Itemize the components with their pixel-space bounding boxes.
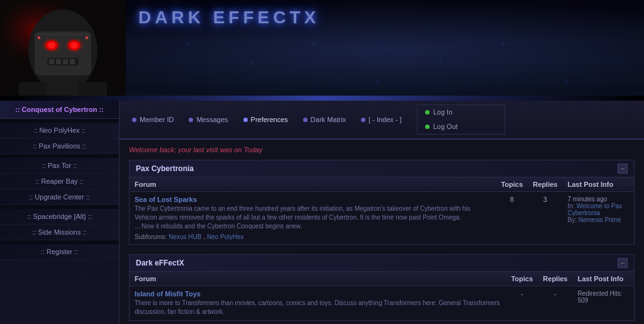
col-header-replies-2: Replies xyxy=(538,272,572,286)
topics-cell-misfit: - xyxy=(506,286,538,321)
col-header-topics-2: Topics xyxy=(506,272,538,286)
tab-member-id[interactable]: Member ID xyxy=(126,113,180,126)
section-header-dark: Dark eFFectX − xyxy=(130,255,634,272)
svg-point-37 xyxy=(564,80,568,84)
forum-cell-sea: Sea of Lost Sparks The Pax Cybertronia c… xyxy=(130,192,496,245)
tab-messages[interactable]: Messages xyxy=(182,113,234,126)
svg-point-34 xyxy=(375,80,379,84)
svg-point-8 xyxy=(43,38,60,52)
sidebar-item-pax-tor[interactable]: :: Pax Tor :: xyxy=(0,158,119,174)
sidebar-item-upgrade-center[interactable]: :: Upgrade Center :: xyxy=(0,189,119,205)
section-title-pax: Pax Cybertronia xyxy=(136,164,194,173)
svg-point-31 xyxy=(187,42,191,46)
last-post-time: 7 minutes ago xyxy=(567,196,629,203)
last-post-in-link[interactable]: Welcome to Pax Cybertronia xyxy=(567,203,622,216)
nav-tabs: Member ID Messages Preferences Dark Matr… xyxy=(119,101,644,140)
section-header-pax: Pax Cybertronia − xyxy=(130,160,634,177)
col-header-topics: Topics xyxy=(496,177,528,192)
last-post-in: In: Welcome to Pax Cybertronia xyxy=(567,203,629,216)
svg-point-35 xyxy=(438,61,442,65)
lastpost-cell-misfit: Redirected Hits: 509 xyxy=(572,286,634,321)
subforum-link-polyhex[interactable]: Neo PolyHex xyxy=(207,233,243,240)
subforum-label: Subforums: xyxy=(135,233,167,240)
tab-preferences[interactable]: Preferences xyxy=(237,113,294,126)
svg-point-32 xyxy=(250,61,253,65)
tab-index[interactable]: [ - Index - ] xyxy=(355,113,408,126)
col-header-forum-2: Forum xyxy=(130,272,506,286)
forum-content: Welcome back; your last visit was on Tod… xyxy=(119,140,644,324)
tab-dot-member-id xyxy=(132,118,136,122)
header-bar xyxy=(0,96,644,101)
svg-point-33 xyxy=(313,42,316,46)
svg-rect-20 xyxy=(86,36,88,39)
table-row: Island of Misfit Toys There is more to T… xyxy=(130,286,634,321)
sidebar-section-title: :: Conquest of Cybertron :: xyxy=(0,101,119,119)
section-title-dark: Dark eFFectX xyxy=(136,259,184,267)
welcome-message: Welcome back; your last visit was on Tod… xyxy=(129,146,635,154)
main-content: Member ID Messages Preferences Dark Matr… xyxy=(119,101,644,324)
tab-dot-preferences xyxy=(243,118,248,122)
section-collapse-pax[interactable]: − xyxy=(618,164,628,174)
header: DARK EFFECTX xyxy=(0,0,644,101)
replies-cell-sea: 3 xyxy=(528,192,562,245)
subforum-line: Subforums: Nexus HUB , Neo PolyHex xyxy=(135,233,491,240)
user-dropdown: Log In Log Out xyxy=(417,104,505,135)
replies-cell-misfit: - xyxy=(538,286,572,321)
forum-name-sea[interactable]: Sea of Lost Sparks xyxy=(135,196,491,203)
svg-point-36 xyxy=(501,42,505,46)
svg-rect-14 xyxy=(70,59,75,64)
last-post-by: By: Nemesis Prime xyxy=(567,216,629,223)
sidebar-item-side-missions[interactable]: :: Side Missions :: xyxy=(0,225,119,240)
forum-section-pax-cybertronia: Pax Cybertronia − Forum Topics Replies L… xyxy=(129,160,635,245)
circuit-bg xyxy=(126,25,644,101)
svg-rect-11 xyxy=(49,59,54,64)
forum-table-pax: Forum Topics Replies Last Post Info Sea … xyxy=(130,177,634,244)
svg-rect-3 xyxy=(35,31,91,75)
tab-dot-messages xyxy=(189,118,193,122)
forum-desc-sea: The Pax Cybertronia came to an end three… xyxy=(135,204,491,231)
svg-rect-13 xyxy=(63,59,68,64)
svg-rect-12 xyxy=(56,59,61,64)
logout-item[interactable]: Log Out xyxy=(418,120,504,134)
forum-table-dark: Forum Topics Replies Last Post Info Isla… xyxy=(130,272,634,320)
sidebar-item-pax-pavilions[interactable]: :: Pax Pavilions :: xyxy=(0,138,119,154)
tab-dark-matrix[interactable]: Dark Matrix xyxy=(297,113,352,126)
forum-name-misfit[interactable]: Island of Misfit Toys xyxy=(135,290,501,298)
in-label: In: xyxy=(567,203,576,209)
robot-image xyxy=(0,0,126,101)
sidebar-item-reaper-bay[interactable]: :: Reaper Bay :: xyxy=(0,174,119,189)
forum-cell-misfit: Island of Misfit Toys There is more to T… xyxy=(130,286,506,321)
col-header-lastpost: Last Post Info xyxy=(562,177,634,192)
login-dot xyxy=(425,110,430,115)
topics-cell-sea: 8 xyxy=(496,192,528,245)
col-header-forum: Forum xyxy=(130,177,496,192)
site-title: DARK EFFECTX xyxy=(138,8,319,28)
layout: :: Conquest of Cybertron :: :: Neo PolyH… xyxy=(0,101,644,324)
sidebar-item-register[interactable]: :: Register :: xyxy=(0,244,119,260)
sidebar-item-spacebridge[interactable]: :: Spacebridge [Alt] :: xyxy=(0,209,119,225)
login-item[interactable]: Log In xyxy=(418,105,504,120)
last-post-by-link[interactable]: Nemesis Prime xyxy=(579,216,621,223)
col-header-replies: Replies xyxy=(528,177,562,192)
by-label: By: xyxy=(567,216,578,223)
forum-section-dark-effectx: Dark eFFectX − Forum Topics Replies Last… xyxy=(129,254,635,321)
lastpost-cell-sea: 7 minutes ago In: Welcome to Pax Cybertr… xyxy=(562,192,634,245)
logout-dot xyxy=(425,125,430,129)
sidebar: :: Conquest of Cybertron :: :: Neo PolyH… xyxy=(0,101,119,324)
svg-point-9 xyxy=(65,38,83,52)
col-header-lastpost-2: Last Post Info xyxy=(572,272,634,286)
forum-desc-misfit: There is more to Transformers than movie… xyxy=(135,299,501,316)
tab-dot-index xyxy=(361,118,365,122)
svg-rect-19 xyxy=(38,36,40,39)
subforum-link-nexus[interactable]: Nexus HUB xyxy=(169,233,201,240)
section-collapse-dark[interactable]: − xyxy=(618,258,628,268)
tab-dot-dark-matrix xyxy=(303,118,308,122)
sidebar-item-neo-polyhex[interactable]: :: Neo PolyHex :: xyxy=(0,123,119,138)
table-row: Sea of Lost Sparks The Pax Cybertronia c… xyxy=(130,192,634,245)
redirect-info: Redirected Hits: 509 xyxy=(577,290,629,304)
